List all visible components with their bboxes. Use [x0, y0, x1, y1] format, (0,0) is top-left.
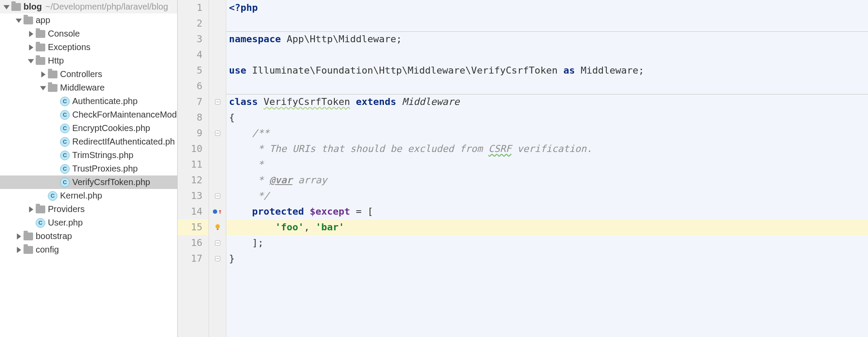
line-number[interactable]: 2 [178, 16, 209, 31]
project-tree[interactable]: blog~/Development/php/laravel/blogappCon… [0, 0, 178, 337]
code-line[interactable]: } [226, 251, 868, 266]
code-line[interactable]: /** [226, 125, 868, 141]
tree-folder[interactable]: Exceptions [0, 40, 177, 54]
code-line[interactable]: use Illuminate\Foundation\Http\Middlewar… [226, 63, 868, 78]
disclosure-triangle-icon[interactable] [28, 206, 34, 212]
code-line[interactable]: <?php [226, 0, 868, 16]
fold-handle-icon[interactable] [209, 188, 226, 204]
fold-handle-icon[interactable] [209, 94, 226, 110]
line-number[interactable]: 6 [178, 78, 209, 94]
tree-item-label: Controllers [60, 69, 102, 79]
disclosure-triangle-icon[interactable] [16, 17, 22, 24]
disclosure-triangle-icon[interactable] [16, 233, 22, 239]
line-number[interactable]: 11 [178, 157, 209, 172]
tree-file[interactable]: Kernel.php [0, 189, 177, 202]
folder-icon [24, 245, 33, 255]
svg-marker-4 [28, 59, 34, 63]
line-number[interactable]: 15 [178, 219, 209, 235]
code-token: $except [310, 206, 350, 217]
code-line[interactable]: protected $except = [ [226, 204, 868, 219]
disclosure-triangle-icon[interactable] [16, 247, 22, 253]
tree-folder[interactable]: blog~/Development/php/laravel/blog [0, 0, 177, 13]
code-line[interactable]: * The URIs that should be excluded from … [226, 141, 868, 157]
code-line[interactable] [226, 78, 868, 94]
tree-folder[interactable]: Providers [0, 202, 177, 216]
svg-point-10 [215, 224, 220, 229]
line-number[interactable]: 8 [178, 110, 209, 125]
code-token: array [293, 175, 327, 185]
folder-icon [36, 205, 45, 214]
php-class-icon [48, 191, 57, 201]
code-line[interactable] [226, 47, 868, 63]
tree-file[interactable]: TrimStrings.php [0, 148, 177, 162]
code-token: namespace [229, 34, 281, 44]
override-marker-icon[interactable]: ↑ [209, 204, 226, 219]
tree-file[interactable]: CheckForMaintenanceMode [0, 108, 177, 121]
disclosure-triangle-icon [52, 125, 58, 131]
tree-folder[interactable]: Console [0, 27, 177, 40]
tree-file[interactable]: RedirectIfAuthenticated.ph [0, 135, 177, 148]
folder-icon [36, 43, 45, 52]
php-class-icon [60, 164, 70, 174]
fold-handle-icon[interactable] [209, 235, 226, 251]
code-line[interactable]: namespace App\Http\Middleware; [226, 31, 868, 47]
code-token: */ [258, 190, 269, 201]
disclosure-triangle-icon[interactable] [28, 58, 34, 64]
line-number[interactable]: 13 [178, 188, 209, 204]
folder-icon [48, 70, 57, 79]
gutter-marks[interactable]: ↑ [209, 0, 226, 337]
intention-bulb-icon[interactable] [209, 219, 226, 235]
tree-folder[interactable]: config [0, 243, 177, 256]
code-line[interactable]: * @var array [226, 172, 868, 188]
tree-file[interactable]: TrustProxies.php [0, 162, 177, 175]
tree-folder[interactable]: Controllers [0, 67, 177, 81]
line-number[interactable]: 9 [178, 125, 209, 141]
tree-folder[interactable]: bootstrap [0, 229, 177, 243]
line-number[interactable]: 5 [178, 63, 209, 78]
tree-folder[interactable]: app [0, 13, 177, 27]
code-line[interactable]: */ [226, 188, 868, 204]
folder-icon [36, 56, 45, 66]
code-line[interactable] [226, 16, 868, 31]
code-token: protected [252, 206, 304, 217]
code-line[interactable]: * [226, 157, 868, 172]
php-class-icon [60, 124, 70, 133]
code-line[interactable]: 'foo', 'bar' [226, 219, 868, 235]
tree-item-label: TrustProxies.php [72, 164, 138, 174]
tree-file[interactable]: User.php [0, 216, 177, 229]
code-line[interactable]: class VerifyCsrfToken extends Middleware [226, 94, 868, 110]
fold-handle-icon[interactable] [209, 251, 226, 266]
line-number[interactable]: 14 [178, 204, 209, 219]
line-number[interactable]: 3 [178, 31, 209, 47]
tree-folder[interactable]: Middleware [0, 81, 177, 94]
tree-file[interactable]: Authenticate.php [0, 94, 177, 108]
tree-item-label: Authenticate.php [72, 96, 138, 106]
disclosure-triangle-icon[interactable] [40, 71, 46, 78]
code-token: extends [356, 96, 396, 107]
disclosure-triangle-icon[interactable] [28, 31, 34, 37]
line-number[interactable]: 17 [178, 251, 209, 266]
tree-folder[interactable]: Http [0, 54, 177, 67]
php-class-icon [60, 151, 70, 160]
line-number[interactable]: 4 [178, 47, 209, 63]
code-editor[interactable]: 1234567891011121314151617 ↑ <?phpnamespa… [178, 0, 868, 337]
line-number[interactable]: 12 [178, 172, 209, 188]
line-number[interactable]: 7 [178, 94, 209, 110]
php-class-icon [60, 97, 70, 106]
line-number[interactable]: 16 [178, 235, 209, 251]
code-line[interactable]: { [226, 110, 868, 125]
fold-handle-icon[interactable] [209, 125, 226, 141]
tree-file[interactable]: EncryptCookies.php [0, 121, 177, 135]
code-token [350, 96, 356, 107]
line-number[interactable]: 1 [178, 0, 209, 16]
line-number[interactable]: 10 [178, 141, 209, 157]
disclosure-triangle-icon[interactable] [28, 44, 34, 51]
disclosure-triangle-icon[interactable] [40, 85, 46, 91]
tree-item-label: Exceptions [48, 42, 91, 52]
code-line[interactable]: ]; [226, 235, 868, 251]
svg-marker-0 [3, 5, 10, 9]
disclosure-triangle-icon[interactable] [3, 4, 10, 10]
code-area[interactable]: <?phpnamespace App\Http\Middleware;use I… [226, 0, 868, 337]
tree-file[interactable]: VerifyCsrfToken.php [0, 175, 177, 189]
line-number-gutter[interactable]: 1234567891011121314151617 [178, 0, 209, 337]
